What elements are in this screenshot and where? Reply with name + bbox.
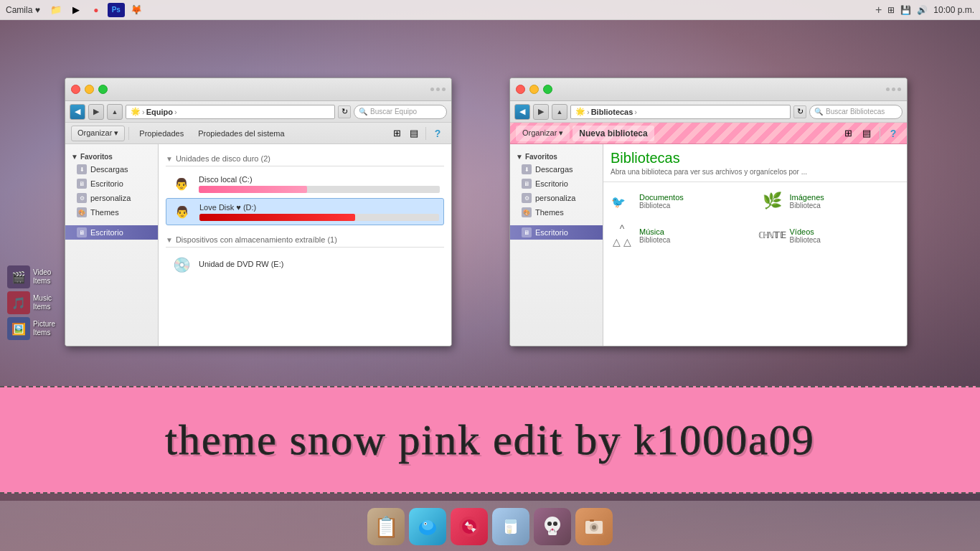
view-list-btn[interactable]: ▤	[406, 126, 422, 141]
library-item-musica[interactable]: ^ △ △ Música Biblioteca	[606, 220, 754, 251]
maximize-btn-bibliotecas[interactable]	[543, 85, 552, 94]
volume-icon[interactable]: 🔊	[917, 5, 928, 15]
library-item-videos[interactable]: ℂℍℕ𝕋𝔼 Vídeos Biblioteca	[757, 220, 905, 251]
address-pill-equipo[interactable]: 🌟 › Equipo ›	[126, 105, 335, 119]
sidebar-item-themes[interactable]: 🎨 Themes	[65, 205, 158, 220]
propiedades-btn[interactable]: Propiedades	[133, 126, 190, 141]
banner-text: theme snow pink edit by k1000a09	[165, 415, 815, 465]
dock-papers-icon[interactable]: 📋	[367, 508, 405, 545]
desktop-item-music[interactable]: 🎵 Music Items	[7, 291, 69, 314]
section-removable-title: Dispositivos con almacenamiento extraíbl…	[176, 235, 337, 244]
imagenes-icon: 🌿	[761, 189, 784, 212]
taskbar-left: Camila ♥ 📁 ▶ ● Ps 🦊	[6, 3, 875, 17]
svg-text:🍬: 🍬	[464, 521, 477, 533]
disk-dvd-name: Unidad de DVD RW (E:)	[199, 260, 440, 268]
taskbar-top: Camila ♥ 📁 ▶ ● Ps 🦊 + ⊞ 💾 🔊 10:00 p.m.	[0, 0, 980, 20]
view-toggle-btn-2[interactable]: ⊞	[840, 126, 856, 141]
sidebar-bibliotecas: ▼ Favoritos ⬇ Descargas 🖥 Escritorio ⚙ p…	[510, 144, 603, 346]
section-hdd-title: Unidades de disco duro (2)	[176, 154, 270, 163]
up-btn-bibliotecas[interactable]: ▲	[552, 104, 567, 120]
titlebar-dots	[430, 88, 446, 91]
library-grid: 🐦 Documentos Biblioteca 🌿 Imágenes Bibli…	[603, 182, 907, 254]
sidebar-item-escritorio-2[interactable]: 🖥 Escritorio	[510, 176, 603, 191]
search-bibliotecas[interactable]: 🔍 Buscar Bibliotecas	[809, 105, 903, 119]
svg-point-15	[552, 529, 554, 531]
escritorio-icon: 🖥	[77, 179, 87, 189]
desktop-item-video[interactable]: 🎬 Video Items	[7, 265, 69, 288]
personaliza-icon: ⚙	[77, 193, 87, 203]
search-equipo[interactable]: 🔍 Buscar Equipo	[354, 105, 447, 119]
minimize-btn-equipo[interactable]	[85, 85, 94, 94]
forward-btn-bibliotecas[interactable]: ▶	[533, 104, 549, 120]
organizar-btn-2[interactable]: Organizar ▾	[516, 126, 570, 141]
dock-twitter-icon[interactable]	[409, 508, 446, 545]
svg-rect-9	[505, 519, 517, 524]
disk-c-name: Disco local (C:)	[199, 175, 440, 184]
imagenes-name: Imágenes	[790, 193, 824, 202]
view-toggle-btn[interactable]: ⊞	[389, 126, 405, 141]
back-btn-equipo[interactable]: ◀	[70, 104, 85, 120]
toolbar-bibliotecas: Organizar ▾ Nueva biblioteca ⊞ ▤ ?	[510, 123, 907, 144]
folder-app-btn[interactable]: 📁	[47, 3, 65, 17]
toolbar-equipo: Organizar ▾ Propiedades Propiedades del …	[65, 123, 451, 144]
dock-skull-icon[interactable]	[534, 508, 571, 545]
svg-point-14	[553, 522, 557, 526]
sidebar-item-descargas-2[interactable]: ⬇ Descargas	[510, 162, 603, 176]
media-app-btn[interactable]: ▶	[67, 3, 85, 17]
organizar-btn[interactable]: Organizar ▾	[71, 126, 125, 141]
explorer-window-bibliotecas: ◀ ▶ ▲ 🌟 › Bibliotecas › ↻ 🔍 Buscar Bibli…	[509, 77, 908, 347]
bibliotecas-desc: Abra una biblioteca para ver sus archivo…	[611, 168, 900, 176]
sidebar-item-escritorio[interactable]: 🖥 Escritorio	[65, 176, 158, 191]
addressbar-bibliotecas: ◀ ▶ ▲ 🌟 › Bibliotecas › ↻ 🔍 Buscar Bibli…	[510, 101, 907, 123]
music-item-icon: 🎵	[7, 291, 30, 314]
disk-item-d[interactable]: 👨 Love Disk ♥ (D:)	[166, 198, 444, 225]
dock-photo-icon[interactable]	[575, 508, 613, 545]
help-btn-equipo[interactable]: ?	[430, 126, 446, 141]
sidebar-item-themes-2[interactable]: 🎨 Themes	[510, 205, 603, 220]
sidebar-item-escritorio-2-active[interactable]: 🖥 Escritorio	[510, 225, 603, 240]
arrow-favoritos-2-icon: ▼	[516, 153, 523, 161]
svg-point-13	[547, 522, 552, 526]
help-btn-bibliotecas[interactable]: ?	[885, 126, 901, 141]
search-placeholder-bibliotecas: Buscar Bibliotecas	[826, 108, 885, 116]
disk-d-info: Love Disk ♥ (D:)	[199, 203, 439, 221]
close-btn-bibliotecas[interactable]	[516, 85, 525, 94]
nueva-biblioteca-btn[interactable]: Nueva biblioteca	[573, 126, 654, 141]
musica-name: Música	[639, 227, 670, 236]
sidebar-item-personaliza[interactable]: ⚙ personaliza	[65, 191, 158, 205]
desktop-item-picture[interactable]: 🖼️ Picture Items	[7, 317, 69, 340]
sidebar-item-personaliza-2[interactable]: ⚙ personaliza	[510, 191, 603, 205]
forward-btn-equipo[interactable]: ▶	[88, 104, 104, 120]
sidebar-item-escritorio-active[interactable]: 🖥 Escritorio	[65, 225, 158, 240]
address-pill-bibliotecas[interactable]: 🌟 › Bibliotecas ›	[570, 105, 791, 119]
chrome-app-btn[interactable]: ●	[88, 3, 105, 17]
desktop-items: 🎬 Video Items 🎵 Music Items 🖼️ Picture I…	[7, 265, 69, 340]
photoshop-app-btn[interactable]: Ps	[108, 3, 125, 17]
add-icon[interactable]: +	[875, 4, 882, 17]
save-icon[interactable]: 💾	[900, 5, 911, 15]
svg-text:🥛: 🥛	[504, 524, 514, 534]
sidebar-item-descargas[interactable]: ⬇ Descargas	[65, 162, 158, 176]
minimize-btn-bibliotecas[interactable]	[529, 85, 539, 94]
propiedades-sistema-btn[interactable]: Propiedades del sistema	[192, 126, 291, 141]
up-btn-equipo[interactable]: ▲	[107, 104, 123, 120]
disk-d-bar-bg	[199, 214, 439, 221]
refresh-btn-equipo[interactable]: ↻	[338, 105, 351, 118]
refresh-btn-bibliotecas[interactable]: ↻	[793, 105, 806, 118]
back-btn-bibliotecas[interactable]: ◀	[514, 104, 530, 120]
disk-item-dvd[interactable]: 💿 Unidad de DVD RW (E:)	[166, 252, 444, 278]
library-item-imagenes[interactable]: 🌿 Imágenes Biblioteca	[757, 185, 905, 217]
window-icon[interactable]: ⊞	[887, 5, 895, 15]
library-item-documentos[interactable]: 🐦 Documentos Biblioteca	[606, 185, 754, 217]
view-list-btn-2[interactable]: ▤	[859, 126, 875, 141]
arrow-favoritos-icon: ▼	[71, 153, 78, 161]
svg-point-2	[422, 520, 433, 530]
dock-milk-icon[interactable]: 🥛	[492, 508, 529, 545]
firefox-app-btn[interactable]: 🦊	[128, 3, 145, 17]
library-text-documentos: Documentos Biblioteca	[639, 193, 684, 209]
disk-item-c[interactable]: 👨 Disco local (C:)	[166, 171, 444, 197]
dock-candy-icon[interactable]: 🍬	[451, 508, 488, 545]
bibliotecas-header: Bibliotecas Abra una biblioteca para ver…	[603, 144, 907, 182]
close-btn-equipo[interactable]	[71, 85, 80, 94]
maximize-btn-equipo[interactable]	[98, 85, 108, 94]
